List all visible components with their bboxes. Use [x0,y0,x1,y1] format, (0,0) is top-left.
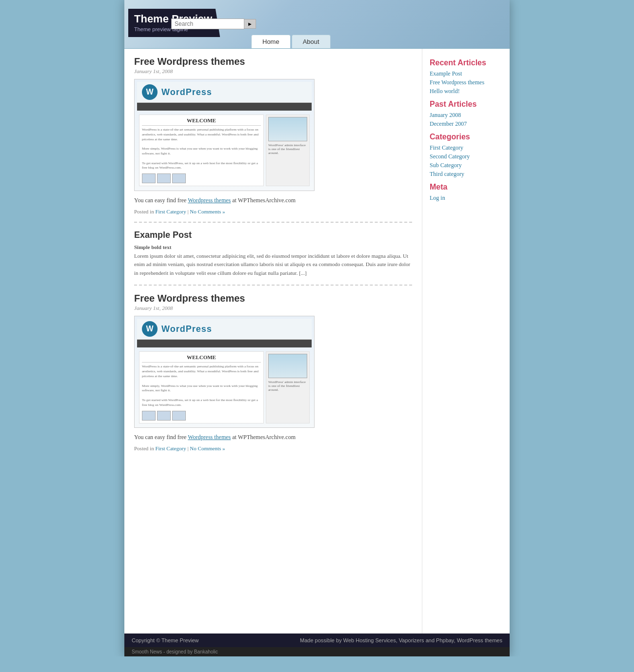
post-comments-link-1[interactable]: No Comments » [190,209,225,214]
example-post-title: Example Post [134,230,412,240]
sidebar-past-dec2007[interactable]: December 2007 [430,120,502,128]
search-box: ► [171,19,256,29]
wp-logo-circle-3: W [142,321,158,337]
footer-design-credit: Smooth News - designed by Bankaholic [132,649,218,654]
header: Theme Preview Theme preview tagline Home… [124,0,510,49]
post-image-1: W WordPress WELCOME WordPress is a state… [134,79,315,191]
past-articles-title: Past Articles [430,100,502,109]
sidebar-recent-example-post[interactable]: Example Post [430,70,502,77]
post-date-1: January 1st, 2008 [134,68,412,74]
post-footer-3: Posted in First Category | No Comments » [134,445,412,451]
post-date-3: January 1st, 2008 [134,305,412,311]
categories-title: Categories [430,133,502,141]
search-input[interactable] [171,19,244,29]
footer-copyright: Copyright © Theme Preview [132,637,199,643]
sidebar-cat-second[interactable]: Second Category [430,153,502,160]
wp-text-lines: WordPress is a state-of-the-art semantic… [142,128,261,171]
recent-articles-title: Recent Articles [430,58,502,67]
footer: Copyright © Theme Preview Made possible … [124,634,510,647]
wordpress-themes-link-3[interactable]: Wordpress themes [188,434,231,441]
content-wrapper: Free Wordpress themes January 1st, 2008 … [124,49,510,634]
example-post-bold: Simple bold text [134,244,171,250]
post-text-3: You can easy find free Wordpress themes … [134,433,412,442]
nav-about[interactable]: About [292,35,331,48]
nav-home[interactable]: Home [251,35,291,48]
wp-logo-circle: W [142,84,158,100]
wp-logo-text-3: WordPress [161,324,212,334]
search-button[interactable]: ► [244,19,256,29]
example-post-text: Simple bold text Lorem ipsum dolor sit a… [134,243,412,277]
wp-nav-bar-3 [137,340,312,347]
post-text-1: You can easy find free Wordpress themes … [134,196,412,205]
wordpress-themes-link-1[interactable]: Wordpress themes [188,197,231,204]
post-free-wordpress-themes-1: Free Wordpress themes January 1st, 2008 … [134,56,412,214]
post-title-3: Free Wordpress themes [134,293,412,304]
example-post-content: Example Post Simple bold text Lorem ipsu… [134,230,412,277]
sidebar-cat-third[interactable]: Third category [430,171,502,178]
post-divider-1 [134,222,412,223]
wp-welcome-3: WELCOME [142,354,261,363]
post-category-link-1[interactable]: First Category [155,209,186,214]
wp-sidebar-mini: WordPress' admin interface is one of the… [266,115,310,186]
sidebar-cat-first[interactable]: First Category [430,144,502,152]
wp-welcome: WELCOME [142,117,261,126]
sidebar-recent-hello-world[interactable]: Hello world! [430,88,502,95]
wp-main-content: WELCOME WordPress is a state-of-the-art … [139,115,264,186]
wp-content-area: WELCOME WordPress is a state-of-the-art … [137,113,312,188]
sidebar-past-jan2008[interactable]: January 2008 [430,112,502,119]
main-content: Free Wordpress themes January 1st, 2008 … [124,49,422,634]
post-footer-1: Posted in First Category | No Comments » [134,209,412,214]
footer-made-possible: Made possible by Web Hosting Services, V… [300,637,502,643]
wp-text-lines-3: WordPress is a state-of-the-art semantic… [142,365,261,407]
wp-main-content-3: WELCOME WordPress is a state-of-the-art … [139,351,264,423]
sidebar-meta-login[interactable]: Log in [430,194,502,202]
sidebar-recent-free-wp[interactable]: Free Wordpress themes [430,79,502,86]
wp-logo-text: WordPress [161,87,212,97]
footer-sub: Smooth News - designed by Bankaholic [124,647,510,656]
meta-title: Meta [430,183,502,192]
wp-content-area-3: WELCOME WordPress is a state-of-the-art … [137,349,312,425]
sidebar-cat-sub[interactable]: Sub Category [430,162,502,169]
post-category-link-3[interactable]: First Category [155,445,186,451]
wp-nav-bar [137,103,312,111]
main-nav: Home About [124,35,331,48]
sidebar: Recent Articles Example Post Free Wordpr… [422,49,510,634]
post-image-3: W WordPress WELCOME WordPress is a state… [134,316,315,428]
post-example: Example Post Simple bold text Lorem ipsu… [134,230,412,277]
wp-sidebar-mini-3: WordPress' admin interface is one of the… [266,351,310,423]
post-title-1: Free Wordpress themes [134,56,412,67]
post-divider-2 [134,285,412,286]
post-free-wordpress-themes-2: Free Wordpress themes January 1st, 2008 … [134,293,412,451]
post-comments-link-3[interactable]: No Comments » [190,445,225,451]
